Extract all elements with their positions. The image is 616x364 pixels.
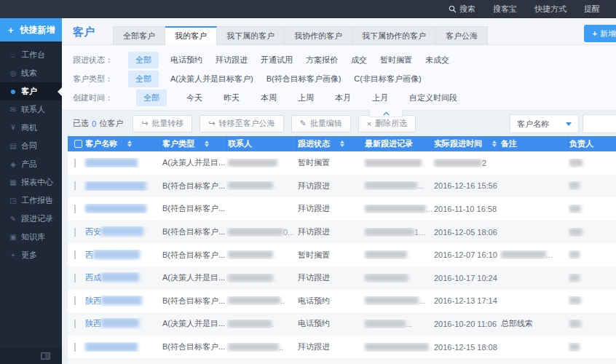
filter-option[interactable]: 开通试用 bbox=[259, 52, 294, 68]
customer-name-cell[interactable]: 西成 bbox=[84, 272, 161, 283]
customer-name-cell[interactable]: 西安 bbox=[84, 226, 161, 237]
customer-name-cell[interactable] bbox=[84, 204, 161, 213]
topbar-item-search[interactable]: 搜索 bbox=[449, 4, 475, 15]
sidebar-item-workbench[interactable]: ⌂工作台 bbox=[0, 46, 62, 64]
row-checkbox[interactable] bbox=[74, 343, 76, 352]
latest-record-cell bbox=[363, 159, 433, 167]
sidebar-item-leads[interactable]: ◎线索 bbox=[0, 64, 62, 82]
filter-option[interactable]: 电话预约 bbox=[169, 52, 204, 68]
filter-option[interactable]: 昨天 bbox=[222, 90, 241, 106]
topbar-item-shortcuts[interactable]: 快捷方式 bbox=[534, 4, 566, 15]
customer-name-cell[interactable]: 陕西 bbox=[84, 318, 161, 329]
filter-option[interactable]: 上周 bbox=[296, 90, 315, 106]
redacted-text bbox=[228, 159, 277, 167]
customer-name-cell[interactable] bbox=[84, 181, 161, 191]
header-cell-3[interactable]: 客户类型 bbox=[161, 136, 226, 151]
redacted-text bbox=[569, 250, 580, 258]
sort-icon[interactable] bbox=[127, 138, 132, 149]
sidebar-item-customers[interactable]: ☻客户 bbox=[0, 82, 62, 100]
row-checkbox[interactable] bbox=[74, 250, 76, 259]
tab-2[interactable]: 我的客户 bbox=[165, 26, 217, 45]
redacted-text bbox=[101, 272, 139, 282]
header-cell-2[interactable]: 客户名称 bbox=[84, 136, 161, 151]
topbar-item-reminder[interactable]: 提醒 bbox=[584, 4, 600, 15]
filter-option[interactable]: 上月 bbox=[371, 90, 390, 106]
follow-time-cell: 2016-12-05 18:06 bbox=[433, 228, 499, 237]
sidebar-item-follow-records[interactable]: ✎跟进记录 bbox=[0, 210, 62, 228]
column-label: 联系人 bbox=[228, 138, 252, 149]
sidebar-item-more[interactable]: +更多 bbox=[0, 246, 62, 264]
customer-name-cell[interactable]: 陕西 bbox=[84, 296, 161, 306]
follow-time-cell: 2016-12-07 16:10 bbox=[433, 250, 499, 259]
remark-cell: 总部线索 bbox=[499, 318, 568, 329]
workbench-icon: ⌂ bbox=[8, 51, 18, 59]
filter-option[interactable]: 未成交 bbox=[424, 52, 451, 68]
table-header: 客户名称客户类型联系人跟进状态最新跟进记录实际跟进时间备注负责人 bbox=[68, 136, 616, 151]
customer-search-input[interactable] bbox=[583, 114, 616, 133]
search-field-label: 客户名称 bbox=[517, 119, 549, 130]
tab-5[interactable]: 我下属协作的客户 bbox=[352, 26, 436, 45]
owner-cell bbox=[568, 181, 616, 190]
redacted-text bbox=[228, 343, 279, 351]
add-customer-button[interactable]: + 新增 bbox=[584, 25, 616, 42]
batch-edit-button[interactable]: ✎批量编辑 bbox=[291, 115, 351, 132]
button-label: 批量转移 bbox=[151, 118, 183, 129]
search-field-select[interactable]: 客户名称 bbox=[510, 114, 579, 133]
tab-1[interactable]: 全部客户 bbox=[113, 26, 165, 45]
sidebar-item-label: 客户 bbox=[21, 86, 37, 97]
sidebar-item-report-center[interactable]: ▦报表中心 bbox=[0, 173, 62, 191]
filter-option[interactable]: 本周 bbox=[259, 90, 278, 106]
filter-option[interactable]: A(决策人并是目标客户) bbox=[169, 71, 255, 87]
row-checkbox[interactable] bbox=[74, 205, 76, 213]
sidebar-item-products[interactable]: ◈产品 bbox=[0, 155, 62, 173]
customer-name-cell[interactable] bbox=[84, 342, 161, 352]
collapse-sidebar-icon[interactable] bbox=[41, 352, 50, 360]
row-checkbox[interactable] bbox=[74, 274, 76, 282]
header-cell-5[interactable]: 跟进状态 bbox=[296, 136, 363, 151]
row-checkbox[interactable] bbox=[74, 296, 76, 305]
checkbox-cell bbox=[68, 228, 84, 237]
sort-icon[interactable] bbox=[340, 138, 344, 149]
transfer-to-public-pool-button[interactable]: ↪转移至客户公海 bbox=[200, 115, 283, 132]
filter-option[interactable]: B(符合目标客户画像) bbox=[265, 71, 343, 87]
customer-name-cell[interactable]: 西 bbox=[84, 250, 161, 261]
customer-name-cell[interactable] bbox=[84, 158, 161, 167]
header-checkbox[interactable] bbox=[74, 140, 82, 148]
sort-icon[interactable] bbox=[205, 138, 209, 149]
sidebar-item-work-report[interactable]: ◳工作报告 bbox=[0, 191, 62, 210]
filter-option[interactable]: 拜访跟进 bbox=[214, 52, 249, 68]
row-checkbox[interactable] bbox=[74, 159, 76, 167]
sort-icon[interactable] bbox=[492, 138, 497, 149]
tab-4[interactable]: 我协作的客户 bbox=[285, 26, 352, 45]
row-checkbox[interactable] bbox=[74, 228, 76, 237]
filter-option[interactable]: 本月 bbox=[333, 90, 352, 106]
sidebar-item-opportunities[interactable]: ¥商机 bbox=[0, 119, 62, 137]
sidebar-item-contacts[interactable]: ✉联系人 bbox=[0, 100, 62, 119]
topbar-item-soukebao[interactable]: 搜客宝 bbox=[493, 4, 517, 15]
filter-option[interactable]: 全部 bbox=[136, 90, 167, 106]
filter-option[interactable]: 方案报价 bbox=[304, 52, 339, 68]
collapse-filters-tab[interactable] bbox=[369, 110, 403, 117]
header-cell-9: 负责人 bbox=[568, 136, 616, 151]
text-tail: 2 bbox=[482, 159, 486, 167]
latest-record-cell bbox=[363, 274, 433, 282]
customer-type-cell: B(符合目标客户... bbox=[161, 341, 226, 352]
filter-option[interactable]: 自定义时间段 bbox=[408, 90, 459, 106]
row-checkbox[interactable] bbox=[74, 320, 76, 328]
sidebar-item-knowledge-base[interactable]: ▣知识库 bbox=[0, 228, 62, 246]
filter-option[interactable]: 暂时搁置 bbox=[379, 52, 414, 68]
filter-option[interactable]: 成交 bbox=[350, 52, 368, 68]
filter-option[interactable]: 今天 bbox=[185, 90, 204, 106]
row-checkbox[interactable] bbox=[74, 181, 76, 190]
tab-6[interactable]: 客户公海 bbox=[436, 26, 488, 45]
tab-3[interactable]: 我下属的客户 bbox=[217, 26, 285, 45]
redacted-text bbox=[569, 205, 581, 213]
filter-option[interactable]: C(非目标客户画像) bbox=[352, 71, 422, 87]
quick-add-button[interactable]: + 快捷新增 bbox=[0, 18, 62, 41]
filter-option[interactable]: 全部 bbox=[128, 71, 159, 87]
header-cell-7[interactable]: 实际跟进时间 bbox=[433, 136, 499, 151]
filter-option[interactable]: 全部 bbox=[128, 52, 159, 68]
sidebar-item-contracts[interactable]: ▤合同 bbox=[0, 137, 62, 155]
batch-transfer-button[interactable]: ↪批量转移 bbox=[133, 115, 192, 132]
delete-selected-button[interactable]: ×删除所选 bbox=[358, 115, 416, 132]
